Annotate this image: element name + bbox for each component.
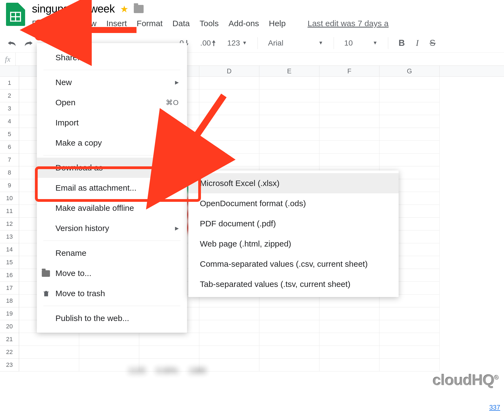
row-header[interactable]: 13 xyxy=(0,230,19,243)
menu-item-publish-web[interactable]: Publish to the web... xyxy=(37,308,187,328)
menu-item-offline[interactable]: Make available offline xyxy=(37,198,187,218)
row-header[interactable]: 5 xyxy=(0,128,19,141)
menu-item-make-copy[interactable]: Make a copy xyxy=(37,133,187,153)
cell[interactable] xyxy=(319,359,380,371)
font-size-dropdown[interactable]: 10▼ xyxy=(340,39,381,47)
cell[interactable] xyxy=(199,333,259,346)
cell[interactable] xyxy=(199,141,259,154)
cell[interactable] xyxy=(199,115,259,128)
cell[interactable] xyxy=(19,346,79,359)
cell[interactable] xyxy=(380,333,440,346)
cell[interactable] xyxy=(199,346,259,359)
cell[interactable] xyxy=(259,102,319,115)
select-all-corner[interactable] xyxy=(0,66,19,76)
column-header[interactable]: G xyxy=(380,66,440,76)
cell[interactable] xyxy=(259,320,319,333)
bold-button[interactable]: B xyxy=(395,38,409,48)
row-header[interactable]: 2 xyxy=(0,89,19,102)
cell[interactable] xyxy=(199,320,259,333)
menu-file[interactable]: File xyxy=(32,19,45,28)
row-header[interactable]: 8 xyxy=(0,166,19,179)
cell[interactable] xyxy=(380,89,440,102)
menu-item-share[interactable]: Share... xyxy=(37,47,187,68)
row-header[interactable]: 20 xyxy=(0,320,19,333)
cell[interactable] xyxy=(79,346,139,359)
cell[interactable] xyxy=(319,141,380,154)
increase-decimal-button[interactable]: .00 xyxy=(196,39,220,47)
strike-button[interactable]: S xyxy=(426,38,439,48)
cell[interactable] xyxy=(380,141,440,154)
cell[interactable] xyxy=(199,307,259,320)
cell[interactable] xyxy=(319,154,380,166)
cell[interactable] xyxy=(259,307,319,320)
cell[interactable] xyxy=(319,115,380,128)
menu-help[interactable]: Help xyxy=(269,19,286,28)
column-header[interactable]: D xyxy=(199,66,259,76)
cell[interactable] xyxy=(319,77,380,89)
menu-item-rename[interactable]: Rename xyxy=(37,243,187,263)
submenu-item-csv[interactable]: Comma-separated values (.csv, current sh… xyxy=(188,254,399,274)
submenu-item-html[interactable]: Web page (.html, zipped) xyxy=(188,234,399,254)
cell[interactable] xyxy=(199,77,259,89)
cell[interactable] xyxy=(259,89,319,102)
cell[interactable] xyxy=(319,346,380,359)
row-header[interactable]: 15 xyxy=(0,256,19,269)
cell[interactable] xyxy=(319,128,380,141)
row-header[interactable]: 17 xyxy=(0,282,19,295)
cell[interactable] xyxy=(319,102,380,115)
row-header[interactable]: 6 xyxy=(0,141,19,154)
menu-item-move-to-trash[interactable]: Move to trash xyxy=(37,283,187,304)
column-header[interactable]: E xyxy=(259,66,319,76)
submenu-item-pdf[interactable]: PDF document (.pdf) xyxy=(188,214,399,234)
cell[interactable] xyxy=(259,115,319,128)
menu-item-new[interactable]: New▶ xyxy=(37,72,187,92)
cell[interactable] xyxy=(139,333,199,346)
row-header[interactable]: 19 xyxy=(0,307,19,320)
row-header[interactable]: 22 xyxy=(0,346,19,359)
row-header[interactable]: 16 xyxy=(0,269,19,282)
cell[interactable] xyxy=(259,141,319,154)
menu-item-import[interactable]: Import xyxy=(37,113,187,133)
undo-button[interactable] xyxy=(0,34,20,52)
menu-tools[interactable]: Tools xyxy=(200,19,219,28)
row-header[interactable]: 7 xyxy=(0,154,19,166)
menu-data[interactable]: Data xyxy=(173,19,190,28)
submenu-item-xlsx[interactable]: Microsoft Excel (.xlsx) xyxy=(188,173,399,193)
cell[interactable] xyxy=(199,89,259,102)
cell[interactable] xyxy=(380,320,440,333)
cell[interactable] xyxy=(19,333,79,346)
column-header[interactable]: F xyxy=(319,66,380,76)
cell[interactable] xyxy=(380,307,440,320)
last-edit-link[interactable]: Last edit was 7 days a xyxy=(307,19,389,28)
cell[interactable] xyxy=(380,359,440,371)
menu-item-version-history[interactable]: Version history▶ xyxy=(37,218,187,238)
cell[interactable] xyxy=(19,359,79,371)
row-header[interactable]: 12 xyxy=(0,218,19,230)
row-header[interactable]: 14 xyxy=(0,243,19,256)
sheets-app-icon[interactable] xyxy=(6,3,25,26)
cell[interactable] xyxy=(380,102,440,115)
cell[interactable] xyxy=(380,346,440,359)
menu-item-download-as[interactable]: Download as▶ xyxy=(37,158,187,178)
cell[interactable] xyxy=(319,307,380,320)
number-format-dropdown[interactable]: 123▼ xyxy=(223,39,251,47)
cell[interactable] xyxy=(259,77,319,89)
menu-edit[interactable]: Edit xyxy=(55,19,69,28)
cell[interactable] xyxy=(380,115,440,128)
cell[interactable] xyxy=(319,89,380,102)
italic-button[interactable]: I xyxy=(412,38,423,48)
row-header[interactable]: 21 xyxy=(0,333,19,346)
cell[interactable] xyxy=(199,154,259,166)
row-header[interactable]: 4 xyxy=(0,115,19,128)
cell[interactable] xyxy=(259,154,319,166)
submenu-item-tsv[interactable]: Tab-separated values (.tsv, current shee… xyxy=(188,274,399,294)
redo-button[interactable] xyxy=(20,34,37,52)
cell[interactable] xyxy=(380,154,440,166)
cell[interactable] xyxy=(380,128,440,141)
row-header[interactable]: 3 xyxy=(0,102,19,115)
star-icon[interactable]: ★ xyxy=(120,4,128,14)
folder-icon[interactable] xyxy=(134,5,144,13)
menu-item-open[interactable]: Open⌘O xyxy=(37,92,187,113)
cell[interactable] xyxy=(259,333,319,346)
row-header[interactable]: 1 xyxy=(0,77,19,89)
